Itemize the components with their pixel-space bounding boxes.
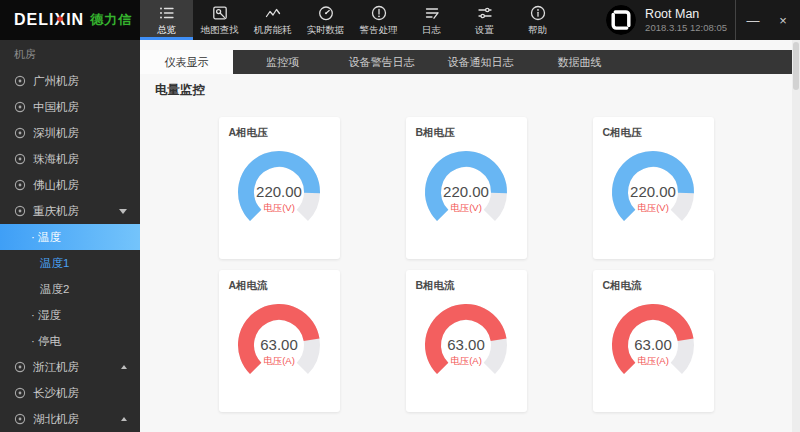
avatar-logo-icon — [606, 5, 636, 35]
sidebar: 机房 广州机房中国机房深圳机房珠海机房佛山机房重庆机房温度温度1温度2湿度停电浙… — [0, 40, 140, 432]
logo-text: DELIXIN — [14, 11, 84, 29]
sidebar-item[interactable]: 广州机房 — [0, 68, 140, 94]
sidebar-item[interactable]: 湖北机房 — [0, 406, 140, 432]
logo-x-red-dot: X — [54, 11, 66, 29]
menu-item-energy[interactable]: 机房能耗 — [246, 0, 299, 40]
gauge-chart: 220.00电压(V) — [411, 142, 521, 230]
main-content: 仪表显示 监控项设备警告日志设备通知日志数据曲线 电量监控 A相电压220.00… — [140, 40, 792, 432]
scrollbar[interactable] — [792, 40, 800, 432]
close-button[interactable]: × — [776, 14, 790, 27]
sidebar-item-label: 温度1 — [40, 256, 69, 271]
scrollbar-thumb[interactable] — [793, 42, 799, 90]
gauge-unit-label: 电压(A) — [263, 355, 295, 366]
room-icon — [14, 387, 26, 399]
sidebar-item-label: 深圳机房 — [33, 126, 79, 141]
top-bar: DELIXIN 德力信 总览地图查找机房能耗实时数据警告处理日志设置帮助 Roo… — [0, 0, 800, 40]
room-icon — [14, 153, 26, 165]
tab-监控项[interactable]: 监控项 — [233, 50, 332, 74]
minimize-button[interactable]: — — [746, 14, 760, 27]
chevron-up-icon — [121, 417, 127, 421]
menu-item-help[interactable]: 帮助 — [511, 0, 564, 40]
sidebar-item-label: 长沙机房 — [33, 386, 79, 401]
menu-item-logs[interactable]: 日志 — [405, 0, 458, 40]
sidebar-item[interactable]: 湿度 — [0, 302, 140, 328]
sidebar-item-label: 珠海机房 — [33, 152, 79, 167]
user-name: Root Man — [645, 7, 727, 22]
page-title: 电量监控 — [155, 82, 792, 99]
tab-设备警告日志[interactable]: 设备警告日志 — [332, 50, 431, 74]
room-icon — [14, 127, 26, 139]
room-icon — [14, 101, 26, 113]
gauge: 220.00电压(V) — [219, 142, 340, 230]
gauge-chart: 63.00电压(A) — [598, 295, 708, 383]
gauge-value: 63.00 — [260, 336, 298, 353]
sidebar-item[interactable]: 温度2 — [0, 276, 140, 302]
sidebar-item[interactable]: 温度1 — [0, 250, 140, 276]
gauge-card: B相电压220.00电压(V) — [406, 117, 527, 259]
alert-icon — [370, 4, 388, 22]
sidebar-item[interactable]: 温度 — [0, 224, 140, 250]
menu-item-settings[interactable]: 设置 — [458, 0, 511, 40]
sidebar-item-label: 停电 — [31, 334, 61, 349]
gauge-value: 220.00 — [630, 183, 676, 200]
sidebar-item[interactable]: 长沙机房 — [0, 380, 140, 406]
room-tree: 广州机房中国机房深圳机房珠海机房佛山机房重庆机房温度温度1温度2湿度停电浙江机房… — [0, 68, 140, 432]
gauge-card-title: A相电压 — [219, 117, 340, 140]
sidebar-item[interactable]: 重庆机房 — [0, 198, 140, 224]
gauge-card-title: C相电压 — [593, 117, 714, 140]
gauge: 63.00电压(A) — [406, 295, 527, 383]
gauge-value: 220.00 — [443, 183, 489, 200]
gauge-card-title: B相电流 — [406, 270, 527, 293]
sidebar-item[interactable]: 佛山机房 — [0, 172, 140, 198]
gauge-chart: 63.00电压(A) — [224, 295, 334, 383]
sidebar-item-label: 广州机房 — [33, 74, 79, 89]
gauge: 63.00电压(A) — [219, 295, 340, 383]
menu-item-label: 日志 — [422, 24, 441, 37]
sidebar-item[interactable]: 停电 — [0, 328, 140, 354]
gauge-card-title: B相电压 — [406, 117, 527, 140]
gauge-value: 220.00 — [256, 183, 302, 200]
app-window: DELIXIN 德力信 总览地图查找机房能耗实时数据警告处理日志设置帮助 Roo… — [0, 0, 800, 432]
gauge: 220.00电压(V) — [406, 142, 527, 230]
tab-数据曲线[interactable]: 数据曲线 — [530, 50, 629, 74]
menu-item-map-search[interactable]: 地图查找 — [193, 0, 246, 40]
sidebar-item-label: 浙江机房 — [33, 360, 79, 375]
sidebar-item[interactable]: 珠海机房 — [0, 146, 140, 172]
gauge: 63.00电压(A) — [593, 295, 714, 383]
sidebar-item[interactable]: 中国机房 — [0, 94, 140, 120]
room-icon — [14, 205, 26, 217]
logo-right: IN — [66, 11, 84, 29]
menu-item-alerts[interactable]: 警告处理 — [352, 0, 405, 40]
tab-gauge-display[interactable]: 仪表显示 — [140, 50, 233, 74]
menu-item-overview[interactable]: 总览 — [140, 0, 193, 40]
tab-bar-dark: 监控项设备警告日志设备通知日志数据曲线 — [233, 50, 792, 74]
menu-item-label: 地图查找 — [201, 24, 239, 37]
sidebar-item[interactable]: 深圳机房 — [0, 120, 140, 146]
menu-item-label: 总览 — [157, 24, 176, 37]
room-icon — [14, 361, 26, 373]
app-logo: DELIXIN 德力信 — [0, 0, 140, 40]
gauge-unit-label: 电压(V) — [637, 202, 669, 213]
window-controls: — × — [735, 0, 800, 40]
tab-设备通知日志[interactable]: 设备通知日志 — [431, 50, 530, 74]
settings-icon — [476, 4, 494, 22]
gauge-unit-label: 电压(A) — [637, 355, 669, 366]
room-icon — [14, 75, 26, 87]
sidebar-item-label: 湿度 — [31, 308, 61, 323]
sidebar-item[interactable]: 浙江机房 — [0, 354, 140, 380]
sidebar-item-label: 湖北机房 — [33, 412, 79, 427]
logo-left: DELI — [14, 11, 54, 29]
gauge-card: C相电压220.00电压(V) — [593, 117, 714, 259]
user-area[interactable]: Root Man 2018.3.15 12:08:05 — [606, 0, 735, 40]
log-icon — [423, 4, 441, 22]
gauge-value: 63.00 — [447, 336, 485, 353]
menu-item-label: 帮助 — [528, 24, 547, 37]
menu-item-realtime[interactable]: 实时数据 — [299, 0, 352, 40]
top-menu: 总览地图查找机房能耗实时数据警告处理日志设置帮助 — [140, 0, 564, 40]
gauge-card: C相电流63.00电压(A) — [593, 270, 714, 412]
gauge-unit-label: 电压(V) — [263, 202, 295, 213]
sidebar-item-label: 温度 — [31, 230, 61, 245]
sidebar-item-label: 温度2 — [40, 282, 69, 297]
avatar[interactable] — [606, 5, 636, 35]
menu-item-label: 实时数据 — [307, 24, 345, 37]
